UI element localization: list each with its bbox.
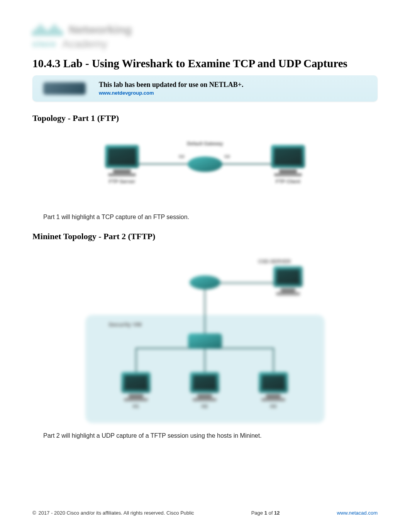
notice-link[interactable]: www.netdevgroup.com [99,90,154,96]
router-label: Default Gateway [186,141,224,146]
host-h3-label: H3 [256,403,291,409]
logo-text-networking: Networking [69,23,132,36]
host-h1-label: H1 [119,403,153,409]
router-icon: Default Gateway [188,156,222,172]
host-h2-icon: H2 [187,372,222,409]
section2-body-text: Part 2 will highlight a UDP capture of a… [43,432,378,439]
interface-label-left: G0 [178,154,185,159]
interface-label-right: G0 [224,154,231,159]
switch-icon [188,333,222,349]
logo-text-cisco: cisco [32,39,56,49]
host-h3-icon: H3 [256,372,291,409]
page-prefix: Page [251,510,264,516]
notice-text: This lab has been updated for use on NET… [99,80,244,89]
ftp-client-label: FTP Client [267,178,309,184]
page-of: of [267,510,274,516]
netlab-notice-banner: This lab has been updated for use on NET… [32,75,378,102]
ndg-logo-icon [39,80,90,97]
ftp-server-icon: FTP Server [101,145,143,182]
page-total: 12 [274,510,280,516]
footer-copyright: 2017 - 2020 Cisco and/or its affiliates.… [39,510,194,516]
copyright-icon: © [32,510,36,516]
cisco-bars-icon [32,24,63,36]
topology-diagram-part2: Security VM CSE-SERVER H1 H2 [85,249,325,423]
logo-text-academy: Academy [62,38,107,50]
page-current: 1 [264,510,267,516]
document-title: 10.4.3 Lab - Using Wireshark to Examine … [32,57,378,70]
footer-link[interactable]: www.netacad.com [337,510,378,516]
cisco-networking-academy-logo: Networking cisco Academy [32,23,378,50]
cse-server-icon [271,266,305,295]
topology-diagram-part1: FTP Server G0 Default Gateway G0 FTP Cli… [97,131,313,204]
section2-heading: Mininet Topology - Part 2 (TFTP) [32,231,378,241]
host-h2-label: H2 [187,403,222,409]
ftp-client-icon: FTP Client [267,145,309,182]
page-number: Page 1 of 12 [251,510,280,516]
r1-router-icon [190,275,220,289]
vm-label: Security VM [108,321,142,328]
ftp-server-label: FTP Server [101,178,143,184]
cse-server-label: CSE-SERVER [247,258,302,264]
section1-body-text: Part 1 will highlight a TCP capture of a… [43,214,378,221]
section1-heading: Topology - Part 1 (FTP) [32,113,378,123]
page-footer: © 2017 - 2020 Cisco and/or its affiliate… [32,510,378,516]
host-h1-icon: H1 [119,372,153,409]
